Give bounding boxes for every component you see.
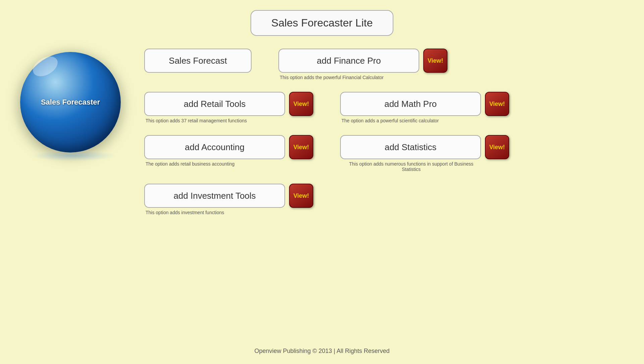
row-3: add Accounting View! The option adds ret… [144,135,624,172]
row-2: add Retail Tools View! This option adds … [144,92,624,123]
investment-tools-view-button[interactable]: View! [289,184,313,208]
footer: Openview Publishing © 2013 | All Rights … [0,348,644,355]
investment-tools-group: add Investment Tools View! This option a… [144,184,313,215]
accounting-view-button[interactable]: View! [289,135,313,159]
math-pro-group: add Math Pro View! The option adds a pow… [340,92,509,123]
retail-tools-wrapper: add Retail Tools View! [144,92,313,116]
statistics-group: add Statistics View! This option adds nu… [340,135,509,172]
investment-tools-desc: This option adds investment functions [144,210,224,215]
math-pro-box: add Math Pro [340,92,481,116]
logo-globe: Sales Forecaster [20,52,127,159]
retail-tools-box: add Retail Tools [144,92,285,116]
investment-tools-wrapper: add Investment Tools View! [144,184,313,208]
finance-pro-wrapper: add Finance Pro View! [278,49,447,73]
row-1: Sales Forecast add Finance Pro View! Thi… [144,49,624,80]
accounting-desc: The option adds retail business accounti… [144,161,234,167]
finance-pro-desc: This option adds the powerful Financial … [278,75,384,80]
statistics-wrapper: add Statistics View! [340,135,509,159]
row-4: add Investment Tools View! This option a… [144,184,624,215]
sales-forecast-group: Sales Forecast [144,49,252,73]
statistics-desc: This option adds numerous functions in s… [340,161,481,172]
math-pro-desc: The option adds a powerful scientific ca… [340,118,439,123]
globe-label: Sales Forecaster [41,98,100,107]
finance-pro-box: add Finance Pro [278,49,419,73]
retail-tools-desc: This option adds 37 retail management fu… [144,118,247,123]
accounting-group: add Accounting View! The option adds ret… [144,135,313,167]
statistics-box: add Statistics [340,135,481,159]
sales-forecast-box: Sales Forecast [144,49,252,73]
page-title: Sales Forecaster Lite [251,10,393,36]
math-pro-view-button[interactable]: View! [485,92,509,116]
finance-pro-group: add Finance Pro View! This option adds t… [278,49,447,80]
retail-tools-group: add Retail Tools View! This option adds … [144,92,313,123]
statistics-view-button[interactable]: View! [485,135,509,159]
accounting-wrapper: add Accounting View! [144,135,313,159]
finance-pro-view-button[interactable]: View! [423,49,447,73]
retail-tools-view-button[interactable]: View! [289,92,313,116]
sales-forecast-wrapper: Sales Forecast [144,49,252,73]
investment-tools-box: add Investment Tools [144,184,285,208]
main-content: Sales Forecast add Finance Pro View! Thi… [144,49,624,227]
accounting-box: add Accounting [144,135,285,159]
math-pro-wrapper: add Math Pro View! [340,92,509,116]
